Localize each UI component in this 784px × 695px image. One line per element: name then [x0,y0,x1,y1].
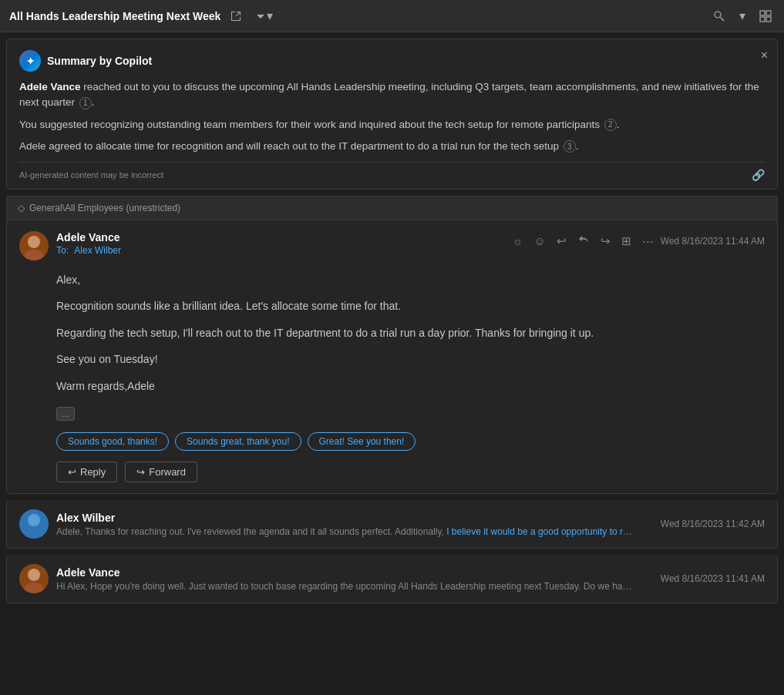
quick-reply-3[interactable]: Great! See you then! [308,432,416,451]
svg-point-11 [25,583,43,593]
avatar-alex [19,509,49,539]
reply-btn-icon[interactable]: ↩ [554,232,569,250]
email-body-line-2: Recognition sounds like a brilliant idea… [56,297,765,314]
email-body-line-5: Warm regards,Adele [56,378,765,395]
copilot-line-1: Adele Vance reached out to you to discus… [19,79,765,111]
dropdown-btn[interactable]: ▾ [251,7,276,25]
layout-icon [759,10,772,22]
svg-line-1 [721,17,725,21]
email-row-adele-time: Wed 8/16/2023 11:41 AM [661,573,765,584]
quick-reply-1[interactable]: Sounds good, thanks! [56,432,169,451]
distribution-text: General\All Employees (unrestricted) [29,203,180,213]
copilot-feedback-icon: 🔗 [752,169,765,181]
quick-reply-2[interactable]: Sounds great, thank you! [175,432,301,451]
sparkle-btn[interactable]: ☼ [510,232,526,250]
email-body-line-3: Regarding the tech setup, I'll reach out… [56,324,765,341]
to-label: To: [56,245,69,256]
forward-label: Forward [149,466,186,478]
forward-button[interactable]: ↪ Forward [125,462,197,482]
email-body: Alex, Recognition sounds like a brillian… [19,271,765,421]
avatar-adele [19,231,49,260]
svg-rect-2 [760,11,765,15]
reply-all-icon [577,233,590,246]
email-sender-info: Adele Vance To: Alex Wilber [19,231,121,260]
email-body-line-1: Alex, [56,271,765,288]
reply-all-btn-icon[interactable] [575,231,592,250]
email-row-adele-orig[interactable]: Adele Vance Hi Alex, Hope you're doing w… [6,555,778,603]
distribution-label: ◇ General\All Employees (unrestricted) [6,196,778,220]
ai-disclaimer: AI-generated content may be incorrect [19,170,163,180]
copilot-icon: ✦ [19,50,41,72]
email-action-buttons: ↩ Reply ↪ Forward [19,462,765,482]
forward-btn-icon[interactable]: ↪ [598,232,613,250]
open-icon [230,10,242,22]
to-name: Alex Wilber [74,245,121,256]
svg-rect-4 [760,17,765,22]
chevron-down-icon [254,10,267,22]
avatar-adele-orig-image [19,564,49,593]
email-time: Wed 8/16/2023 11:44 AM [661,236,765,247]
emoji-btn[interactable]: ☺ [531,232,547,250]
email-row-alex-sender: Alex Wilber [56,512,653,524]
ref-badge-2: 2 [604,119,617,131]
more-content-btn[interactable]: ... [56,407,75,421]
ref-badge-3: 3 [564,140,576,153]
copilot-line-3: Adele agreed to allocate time for recogn… [19,139,765,154]
email-row-alex-content: Alex Wilber Adele, Thanks for reaching o… [56,512,653,537]
copilot-line-2: You suggested recognizing outstanding te… [19,117,765,133]
sender-name: Adele Vance [56,231,121,243]
email-row-adele-preview: Hi Alex, Hope you're doing well. Just wa… [56,581,634,592]
svg-point-10 [28,569,40,581]
open-new-window-btn[interactable] [227,8,245,24]
copilot-close-btn[interactable]: × [761,49,768,62]
svg-rect-3 [766,11,771,15]
email-thread-container: ◇ General\All Employees (unrestricted) A… [6,196,778,603]
top-bar: All Hands Leadership Meeting Next Week ▾… [0,0,784,32]
svg-point-6 [28,236,40,248]
svg-point-9 [25,528,43,539]
dropdown2-btn[interactable]: ▾ [736,7,749,25]
table-btn-icon[interactable]: ⊞ [619,232,634,250]
layout-btn[interactable] [756,8,775,24]
copilot-header: ✦ Summary by Copilot [19,50,765,72]
more-btn-icon[interactable]: ⋯ [640,232,656,250]
copilot-body: Adele Vance reached out to you to discus… [19,79,765,154]
zoom-btn[interactable] [710,8,728,24]
email-row-adele-content: Adele Vance Hi Alex, Hope you're doing w… [56,566,653,592]
svg-point-0 [715,12,721,18]
top-bar-left: All Hands Leadership Meeting Next Week ▾ [9,7,276,25]
quick-replies: Sounds good, thanks! Sounds great, thank… [19,432,765,451]
email-row-alex-time: Wed 8/16/2023 11:42 AM [661,519,765,529]
reply-arrow-icon: ↩ [68,466,76,478]
zoom-icon [713,10,725,22]
reply-label: Reply [80,466,106,478]
sender-to: To: Alex Wilber [56,245,121,256]
copilot-footer: AI-generated content may be incorrect 🔗 [19,162,765,181]
svg-point-7 [25,250,43,260]
sender-details: Adele Vance To: Alex Wilber [56,231,121,256]
avatar-adele-orig [19,564,49,593]
forward-arrow-icon: ↪ [136,466,145,478]
email-meta-right: ☼ ☺ ↩ ↪ ⊞ ⋯ Wed 8/16/2023 11:44 AM [510,231,765,250]
ref-badge-1: 1 [79,97,92,109]
top-bar-icons: ▾ [710,7,775,25]
distribution-icon: ◇ [18,203,25,213]
top-bar-title: All Hands Leadership Meeting Next Week [9,10,220,22]
email-row-adele-sender: Adele Vance [56,566,653,579]
email-header: Adele Vance To: Alex Wilber ☼ ☺ ↩ [19,231,765,260]
svg-point-8 [28,514,40,526]
copilot-panel: ✦ Summary by Copilot × Adele Vance reach… [6,39,778,190]
action-icons: ☼ ☺ ↩ ↪ ⊞ ⋯ [510,231,656,250]
email-body-line-4: See you on Tuesday! [56,351,765,368]
email-row-alex-preview: Adele, Thanks for reaching out. I've rev… [56,526,634,537]
avatar-image [19,231,49,260]
main-email-card: Adele Vance To: Alex Wilber ☼ ☺ ↩ [6,220,778,494]
preview-link-text: I believe it would be a good opportunity… [446,526,634,537]
avatar-alex-image [19,509,49,539]
svg-rect-5 [766,17,771,22]
email-row-alex[interactable]: Alex Wilber Adele, Thanks for reaching o… [6,500,778,549]
reply-button[interactable]: ↩ Reply [56,462,117,482]
copilot-title: Summary by Copilot [47,55,152,67]
